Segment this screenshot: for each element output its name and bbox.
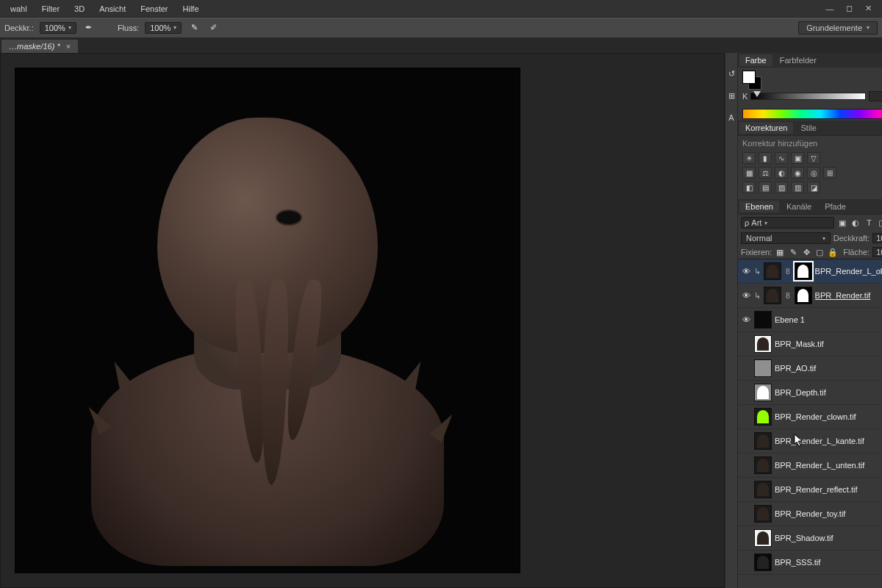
visibility-eye-icon[interactable]: 👁 <box>741 315 751 325</box>
lock-all-icon[interactable]: 🔒 <box>828 247 838 257</box>
lock-pixels-icon[interactable]: ✎ <box>788 247 798 257</box>
layer-name-label[interactable]: BPR_Render_clown.tif <box>775 412 882 421</box>
filter-adjustment-icon[interactable]: ◐ <box>850 218 861 228</box>
exposure-icon[interactable]: ▣ <box>791 152 804 164</box>
foreground-color-swatch[interactable] <box>742 71 756 84</box>
tab-korrekturen[interactable]: Korrekturen <box>739 122 793 134</box>
opacity-dropdown[interactable]: 100%▾ <box>40 22 76 34</box>
visibility-eye-icon[interactable] <box>741 412 751 422</box>
tab-kanaele[interactable]: Kanäle <box>781 201 817 212</box>
layer-list[interactable]: 👁↳8BPR_Render_L_oben...👁↳8BPR_Render.tif… <box>738 259 882 588</box>
posterize-icon[interactable]: ▤ <box>759 182 772 193</box>
document-canvas[interactable] <box>15 68 520 573</box>
close-icon[interactable]: × <box>66 42 71 51</box>
canvas-background[interactable] <box>0 53 725 588</box>
layer-row[interactable]: BPR_Render_clown.tif <box>738 405 882 429</box>
k-slider[interactable] <box>750 93 865 100</box>
layer-thumbnail[interactable] <box>754 384 772 401</box>
layer-name-label[interactable]: Ebene 1 <box>775 315 882 324</box>
menu-fenster[interactable]: Fenster <box>133 4 175 13</box>
layer-opacity-value[interactable]: 100% <box>872 233 882 243</box>
black-white-icon[interactable]: ◐ <box>775 167 788 179</box>
window-maximize-icon[interactable]: ◻ <box>842 4 856 14</box>
layer-thumbnail[interactable] <box>754 432 772 450</box>
flow-dropdown[interactable]: 100%▾ <box>145 22 182 34</box>
curves-icon[interactable]: ∿ <box>775 152 788 164</box>
layer-row[interactable]: 👁Ebene 1 <box>738 308 882 332</box>
tab-pfade[interactable]: Pfade <box>819 201 852 212</box>
workspace-dropdown[interactable]: Grundelemente▾ <box>798 21 878 35</box>
layer-thumbnail[interactable] <box>754 505 772 523</box>
color-balance-icon[interactable]: ⚖ <box>759 167 772 179</box>
menu-3d[interactable]: 3D <box>67 4 92 13</box>
menu-auswahl[interactable]: wahl <box>3 4 35 13</box>
layer-name-label[interactable]: BPR_Mask.tif <box>775 340 882 348</box>
menu-ansicht[interactable]: Ansicht <box>92 4 133 13</box>
visibility-eye-icon[interactable] <box>741 436 751 446</box>
vibrance-icon[interactable]: ▽ <box>807 152 820 164</box>
visibility-eye-icon[interactable] <box>741 533 751 543</box>
visibility-eye-icon[interactable] <box>741 363 751 373</box>
photo-filter-icon[interactable]: ◉ <box>791 167 804 179</box>
visibility-eye-icon[interactable] <box>741 387 751 398</box>
mask-link-icon[interactable]: 8 <box>784 292 792 300</box>
layer-name-label[interactable]: BPR_Render_toy.tif <box>775 509 882 518</box>
layer-thumbnail[interactable] <box>754 529 772 547</box>
lut-icon[interactable]: ⊞ <box>823 167 836 179</box>
layer-thumbnail[interactable] <box>754 553 772 571</box>
tab-farbe[interactable]: Farbe <box>739 54 772 66</box>
visibility-eye-icon[interactable] <box>741 339 751 349</box>
layer-fill-value[interactable]: 100% <box>872 247 882 257</box>
visibility-eye-icon[interactable]: 👁 <box>741 266 751 276</box>
layer-thumbnail[interactable] <box>764 287 781 304</box>
window-minimize-icon[interactable]: — <box>823 4 836 14</box>
menu-filter[interactable]: Filter <box>35 4 67 13</box>
layer-row[interactable]: BPR_Render_L_kante.tif <box>738 429 882 453</box>
mask-link-icon[interactable]: 8 <box>784 268 792 276</box>
visibility-eye-icon[interactable] <box>741 509 751 519</box>
layer-thumbnail[interactable] <box>754 481 772 498</box>
layer-row[interactable]: BPR_Render_reflect.tif <box>738 478 882 502</box>
k-slider-value[interactable]: 0 <box>869 91 882 101</box>
visibility-eye-icon[interactable] <box>741 460 751 470</box>
blend-mode-dropdown[interactable]: Normal▾ <box>741 232 831 244</box>
layer-row[interactable]: BPR_Shadow.tif <box>738 526 882 551</box>
layer-filter-dropdown[interactable]: ρ Art▾ <box>741 217 834 229</box>
layer-name-label[interactable]: BPR_Render_L_unten.tif <box>775 461 882 470</box>
layer-row[interactable]: BPR_Render_toy.tif <box>738 502 882 526</box>
layer-row[interactable]: 👁↳8BPR_Render_L_oben... <box>738 259 882 284</box>
properties-icon[interactable]: ⊞ <box>725 90 737 101</box>
foreground-background-swatch[interactable] <box>742 71 761 90</box>
lock-artboard-icon[interactable]: ▢ <box>814 247 825 257</box>
layer-mask-thumbnail[interactable] <box>795 262 812 280</box>
layer-row[interactable]: BPR_AO.tif <box>738 356 882 381</box>
filter-shape-icon[interactable]: ▢ <box>877 218 882 228</box>
invert-icon[interactable]: ◧ <box>742 182 756 193</box>
layer-thumbnail[interactable] <box>754 311 772 329</box>
layer-thumbnail[interactable] <box>754 359 772 377</box>
filter-image-icon[interactable]: ▣ <box>837 218 847 228</box>
tab-ebenen[interactable]: Ebenen <box>739 201 779 212</box>
airbrush-icon[interactable]: ✎ <box>187 21 201 35</box>
pressure-size-icon[interactable]: ✐ <box>207 21 220 35</box>
tab-farbfelder[interactable]: Farbfelder <box>774 54 822 66</box>
history-icon[interactable]: ↺ <box>725 68 737 79</box>
layer-row[interactable]: BPR_Render_L_unten.tif <box>738 453 882 478</box>
tab-stile[interactable]: Stile <box>795 122 822 134</box>
layer-row[interactable]: 👁↳8BPR_Render.tif <box>738 284 882 308</box>
selective-color-icon[interactable]: ◪ <box>807 182 820 193</box>
window-close-icon[interactable]: ✕ <box>861 4 875 14</box>
layer-thumbnail[interactable] <box>754 335 772 353</box>
layer-name-label[interactable]: BPR_Render_L_oben... <box>815 267 882 276</box>
layer-thumbnail[interactable] <box>764 262 781 280</box>
layer-name-label[interactable]: BPR_AO.tif <box>775 364 882 373</box>
layer-name-label[interactable]: BPR_Shadow.tif <box>775 534 882 542</box>
layer-row[interactable]: BPR_Mask.tif <box>738 332 882 356</box>
visibility-eye-icon[interactable] <box>741 484 751 495</box>
color-spectrum[interactable] <box>742 109 882 119</box>
levels-icon[interactable]: ▮ <box>759 152 772 164</box>
hue-saturation-icon[interactable]: ▦ <box>742 167 756 179</box>
brightness-contrast-icon[interactable]: ☀ <box>742 152 756 164</box>
threshold-icon[interactable]: ▨ <box>775 182 788 193</box>
lock-position-icon[interactable]: ✥ <box>801 247 811 257</box>
